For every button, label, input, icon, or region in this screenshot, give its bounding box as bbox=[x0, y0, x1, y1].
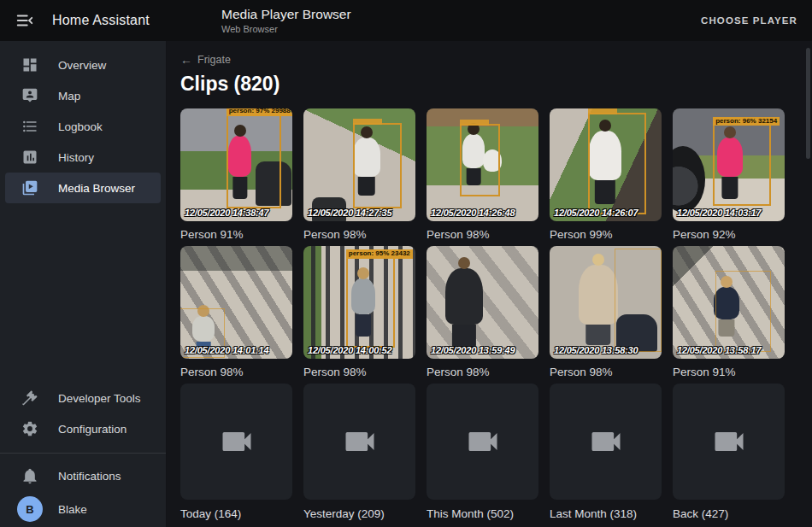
folder-thumbnail bbox=[303, 384, 415, 500]
folder-caption: Today (164) bbox=[180, 507, 292, 520]
clip-thumbnail: 12/05/2020 14:26:48 bbox=[427, 108, 538, 221]
detection-label bbox=[588, 108, 617, 114]
sidebar-item-label: Configuration bbox=[58, 423, 127, 436]
header-title-block: Media Player Browser Web Browser bbox=[221, 7, 351, 34]
clip-thumbnail: 12/05/2020 13:59:49 bbox=[427, 246, 538, 359]
history-chart-icon bbox=[21, 148, 39, 167]
clip-caption: Person 91% bbox=[673, 366, 785, 378]
sidebar-item-history[interactable]: History bbox=[5, 142, 161, 173]
sidebar-item-label: History bbox=[58, 151, 94, 164]
folder-thumbnail bbox=[550, 384, 662, 500]
page-title: Clips (820) bbox=[180, 73, 812, 96]
clip-tile[interactable]: person: 97% 29988 12/05/2020 14:38:47 Pe… bbox=[180, 108, 292, 241]
videocam-icon bbox=[218, 423, 256, 460]
clip-thumbnail: person: 97% 29988 12/05/2020 14:38:47 bbox=[180, 108, 292, 221]
folder-tile-back[interactable]: Back (427) bbox=[673, 384, 785, 520]
clip-timestamp-overlay: 12/05/2020 14:27:35 bbox=[308, 208, 391, 218]
clip-timestamp-overlay: 12/05/2020 14:03:17 bbox=[677, 208, 761, 218]
bell-icon bbox=[21, 466, 39, 485]
clip-timestamp-overlay: 12/05/2020 13:58:30 bbox=[554, 345, 638, 355]
folder-tile-last-month[interactable]: Last Month (318) bbox=[550, 384, 662, 520]
sidebar-item-configuration[interactable]: Configuration bbox=[5, 413, 161, 444]
map-icon bbox=[21, 86, 39, 105]
hammer-icon bbox=[21, 389, 39, 407]
detection-bounding-box bbox=[588, 113, 646, 214]
clip-caption: Person 91% bbox=[180, 228, 292, 241]
detection-label bbox=[460, 120, 489, 126]
clip-tile[interactable]: 12/05/2020 14:26:48 Person 98% bbox=[427, 108, 538, 241]
detection-label: person: 96% 32154 bbox=[713, 117, 780, 126]
clip-tile[interactable]: 12/05/2020 14:27:35 Person 98% bbox=[303, 108, 415, 241]
clip-timestamp-overlay: 12/05/2020 14:26:07 bbox=[554, 208, 638, 218]
folder-caption: This Month (502) bbox=[427, 507, 538, 520]
back-arrow-icon: ← bbox=[180, 53, 192, 67]
sidebar-item-notifications[interactable]: Notifications bbox=[5, 460, 161, 491]
header-subtitle: Web Browser bbox=[221, 24, 351, 34]
clip-timestamp-overlay: 12/05/2020 14:38:47 bbox=[185, 208, 268, 218]
videocam-icon bbox=[341, 423, 379, 460]
clip-tile[interactable]: 12/05/2020 13:58:30 Person 98% bbox=[550, 246, 662, 378]
folder-thumbnail bbox=[180, 384, 292, 500]
clip-timestamp-overlay: 12/05/2020 14:01:14 bbox=[185, 345, 268, 355]
header-title: Media Player Browser bbox=[221, 7, 351, 22]
clip-thumbnail: person: 95% 23432 12/05/2020 14:00:52 bbox=[303, 246, 415, 359]
clip-tile[interactable]: 12/05/2020 14:26:07 Person 99% bbox=[550, 108, 662, 241]
clip-timestamp-overlay: 12/05/2020 14:00:52 bbox=[308, 345, 391, 355]
clip-timestamp-overlay: 12/05/2020 13:58:17 bbox=[677, 345, 761, 355]
media-browser-content: ← Frigate Clips (820) person: 97% 29988 … bbox=[167, 41, 812, 527]
clip-tile[interactable]: 12/05/2020 13:59:49 Person 98% bbox=[427, 246, 538, 378]
page-header: Media Player Browser Web Browser CHOOSE … bbox=[167, 7, 812, 34]
sidebar-item-label: Logbook bbox=[58, 120, 103, 133]
scrollbar-thumb[interactable] bbox=[806, 48, 810, 159]
sidebar-item-profile[interactable]: B Blake bbox=[5, 491, 161, 527]
folder-thumbnail bbox=[427, 384, 538, 500]
clip-tile[interactable]: 12/05/2020 13:58:17 Person 91% bbox=[673, 246, 785, 378]
clip-caption: Person 98% bbox=[303, 366, 415, 378]
detection-bounding-box bbox=[460, 124, 500, 196]
videocam-icon bbox=[710, 423, 748, 460]
sidebar-spacer bbox=[0, 203, 166, 383]
clip-caption: Person 98% bbox=[550, 366, 662, 378]
folder-tile-yesterday[interactable]: Yesterday (209) bbox=[303, 384, 415, 520]
user-name: Blake bbox=[58, 503, 87, 516]
clip-tile[interactable]: 12/05/2020 14:01:14 Person 98% bbox=[180, 246, 292, 378]
folder-tile-today[interactable]: Today (164) bbox=[180, 384, 292, 520]
sidebar-item-label: Developer Tools bbox=[58, 392, 141, 405]
clip-thumbnail: 12/05/2020 13:58:30 bbox=[550, 246, 662, 359]
videocam-icon bbox=[587, 423, 625, 460]
sidebar-item-logbook[interactable]: Logbook bbox=[5, 111, 161, 142]
clip-tile[interactable]: person: 96% 32154 12/05/2020 14:03:17 Pe… bbox=[673, 108, 785, 241]
clip-caption: Person 98% bbox=[427, 228, 538, 241]
clip-thumbnail: 12/05/2020 14:26:07 bbox=[550, 108, 662, 221]
folder-caption: Last Month (318) bbox=[550, 507, 662, 520]
folder-thumbnail bbox=[673, 384, 785, 500]
clip-caption: Person 98% bbox=[427, 366, 538, 378]
detection-label: person: 95% 23432 bbox=[346, 249, 413, 259]
sidebar-item-media-browser[interactable]: Media Browser bbox=[5, 173, 161, 203]
detection-bounding-box bbox=[615, 249, 662, 352]
breadcrumb-back[interactable]: ← Frigate bbox=[180, 53, 231, 67]
clip-tile[interactable]: person: 95% 23432 12/05/2020 14:00:52 Pe… bbox=[303, 246, 415, 378]
folder-caption: Yesterday (209) bbox=[303, 507, 415, 520]
menu-toggle-icon[interactable] bbox=[15, 10, 35, 31]
sidebar-item-label: Media Browser bbox=[58, 182, 135, 195]
detection-bounding-box bbox=[715, 271, 772, 352]
sidebar-item-overview[interactable]: Overview bbox=[5, 50, 161, 80]
sidebar-item-developer-tools[interactable]: Developer Tools bbox=[5, 383, 161, 413]
videocam-icon bbox=[464, 423, 502, 460]
app-title: Home Assistant bbox=[52, 13, 150, 28]
clip-caption: Person 99% bbox=[550, 228, 662, 241]
detection-bounding-box bbox=[353, 123, 403, 208]
clip-caption: Person 92% bbox=[673, 228, 785, 241]
logbook-icon bbox=[21, 117, 39, 136]
overview-icon bbox=[21, 56, 39, 74]
folder-tile-this-month[interactable]: This Month (502) bbox=[427, 384, 538, 520]
sidebar-divider bbox=[0, 453, 166, 454]
sidebar-item-map[interactable]: Map bbox=[5, 80, 161, 111]
clip-timestamp-overlay: 12/05/2020 13:59:49 bbox=[431, 345, 515, 355]
sidebar-item-label: Notifications bbox=[58, 470, 121, 483]
detection-bounding-box: person: 97% 29988 bbox=[227, 114, 281, 209]
clip-thumbnail: 12/05/2020 14:27:35 bbox=[303, 108, 415, 221]
folder-caption: Back (427) bbox=[673, 507, 785, 520]
choose-player-button[interactable]: CHOOSE PLAYER bbox=[694, 9, 797, 32]
